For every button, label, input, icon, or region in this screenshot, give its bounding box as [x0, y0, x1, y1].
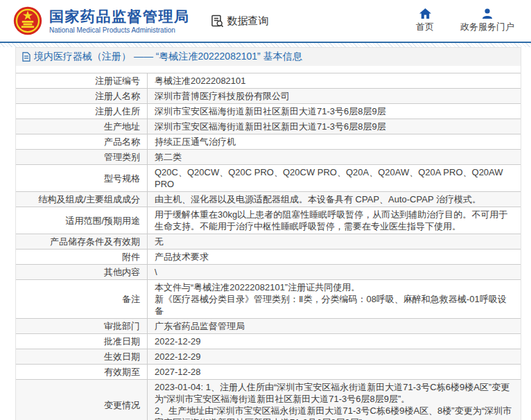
table-row-model-spec: 型号规格 Q20C、Q20CW、Q20C PRO、Q20CW PRO、Q20A、…: [16, 165, 521, 192]
table-row-remarks: 备注 本文件与“粤械注准20222082101”注册证共同使用。 新《医疗器械分…: [16, 280, 521, 319]
field-label: 有效期至: [16, 365, 148, 379]
nav-home-label: 首页: [416, 21, 434, 33]
field-value: 本文件与“粤械注准20222082101”注册证共同使用。 新《医疗器械分类目录…: [148, 280, 521, 318]
field-label: 生产地址: [16, 119, 148, 134]
table-row-intended-use: 适用范围/预期用途 用于缓解体重在30kg以上患者的阻塞性睡眠呼吸暂停，从而达到…: [16, 207, 521, 234]
field-value: 2027-12-28: [148, 365, 521, 379]
table-row-attachment: 附件 产品技术要求: [16, 250, 521, 265]
field-label: 注册证编号: [16, 73, 148, 88]
header-nav: 首页 政务服务门户: [416, 8, 514, 33]
field-label: 其他内容: [16, 265, 148, 279]
field-value: Q20C、Q20CW、Q20C PRO、Q20CW PRO、Q20A、Q20AW…: [148, 165, 521, 191]
field-label: 变更情况: [16, 380, 148, 420]
user-icon: [482, 8, 493, 19]
site-brand[interactable]: 国家药品监督管理局 National Medical Products Admi…: [12, 6, 190, 36]
field-label: 注册人名称: [16, 89, 148, 103]
field-value: 用于缓解体重在30kg以上患者的阻塞性睡眠呼吸暂停，从而达到辅助治疗目的。不可用…: [148, 207, 521, 234]
national-emblem-logo: [12, 6, 43, 36]
table-row-approval-dept: 审批部门 广东省药品监督管理局: [16, 319, 521, 334]
document-icon: [22, 52, 31, 62]
field-value: 持续正压通气治疗机: [148, 134, 521, 149]
field-value: 广东省药品监督管理局: [148, 319, 521, 333]
site-subtitle: National Medical Products Administration: [49, 26, 190, 34]
field-value: \: [148, 265, 521, 279]
field-label: 注册人住所: [16, 104, 148, 119]
document-search-icon: [211, 15, 224, 28]
field-label: 审批部门: [16, 319, 148, 333]
field-value: 由主机、湿化器以及电源适配器组成。本设备具有 CPAP、Auto-CPAP 治疗…: [148, 192, 521, 207]
field-value: 2022-12-29: [148, 334, 521, 349]
nav-portal-label: 政务服务门户: [460, 21, 514, 33]
field-label: 产品储存条件及有效期: [16, 234, 148, 249]
page-title: 境内医疗器械（注册） —— “粤械注准20222082101” 基本信息: [34, 51, 302, 63]
field-label: 批准日期: [16, 334, 148, 349]
table-row-storage: 产品储存条件及有效期 无: [16, 234, 521, 250]
field-label: 产品名称: [16, 134, 148, 149]
breadcrumb: 境内医疗器械（注册） —— “粤械注准20222082101” 基本信息: [16, 48, 521, 66]
field-label: 结构及组成/主要组成成分: [16, 192, 148, 207]
field-label: 生效日期: [16, 349, 148, 364]
table-row-expiry-date: 有效期至 2027-12-28: [16, 365, 521, 380]
nav-portal[interactable]: 政务服务门户: [460, 8, 514, 33]
field-label: 管理类别: [16, 150, 148, 164]
field-value: 无: [148, 234, 521, 249]
table-row-product-name: 产品名称 持续正压通气治疗机: [16, 134, 521, 150]
table-row-reg-number: 注册证编号 粤械注准20222082101: [16, 73, 521, 89]
field-value: 深圳市宝安区福海街道新田社区新田大道71-3号6层8层9层: [148, 104, 521, 119]
field-value: 深圳市宝安区福海街道新田社区新田大道71-3号6层8层9层: [148, 119, 521, 134]
data-query-label: 数据查询: [227, 15, 269, 28]
home-icon: [419, 8, 431, 19]
field-label: 备注: [16, 280, 148, 318]
field-value: 粤械注准20222082101: [148, 73, 521, 88]
field-value: 2023-01-04: 1、注册人住所由“深圳市宝安区福永街道新田大道71-3号…: [148, 380, 521, 420]
field-label: 附件: [16, 250, 148, 264]
field-value: 第二类: [148, 150, 521, 164]
registration-info-table: 注册证编号 粤械注准20222082101 注册人名称 深圳市普博医疗科技股份有…: [16, 73, 521, 420]
content-card: 境内医疗器械（注册） —— “粤械注准20222082101” 基本信息 注册证…: [15, 47, 521, 420]
field-label: 适用范围/预期用途: [16, 207, 148, 234]
nav-home[interactable]: 首页: [416, 8, 434, 33]
site-header: 国家药品监督管理局 National Medical Products Admi…: [0, 0, 531, 42]
table-row-production-address: 生产地址 深圳市宝安区福海街道新田社区新田大道71-3号6层8层9层: [16, 119, 521, 134]
table-row-management-class: 管理类别 第二类: [16, 150, 521, 165]
field-value: 2022-12-29: [148, 349, 521, 364]
data-query-button[interactable]: 数据查询: [211, 15, 269, 28]
table-row-effective-date: 生效日期 2022-12-29: [16, 349, 521, 365]
table-row-change-history: 变更情况 2023-01-04: 1、注册人住所由“深圳市宝安区福永街道新田大道…: [16, 380, 521, 420]
table-row-other-content: 其他内容 \: [16, 265, 521, 280]
table-row-approval-date: 批准日期 2022-12-29: [16, 334, 521, 349]
table-row-registrant-name: 注册人名称 深圳市普博医疗科技股份有限公司: [16, 89, 521, 104]
field-value: 产品技术要求: [148, 250, 521, 264]
field-label: 型号规格: [16, 165, 148, 191]
field-value: 深圳市普博医疗科技股份有限公司: [148, 89, 521, 103]
table-row-structure: 结构及组成/主要组成成分 由主机、湿化器以及电源适配器组成。本设备具有 CPAP…: [16, 192, 521, 207]
site-title: 国家药品监督管理局: [49, 8, 190, 25]
table-row-registrant-address: 注册人住所 深圳市宝安区福海街道新田社区新田大道71-3号6层8层9层: [16, 104, 521, 119]
